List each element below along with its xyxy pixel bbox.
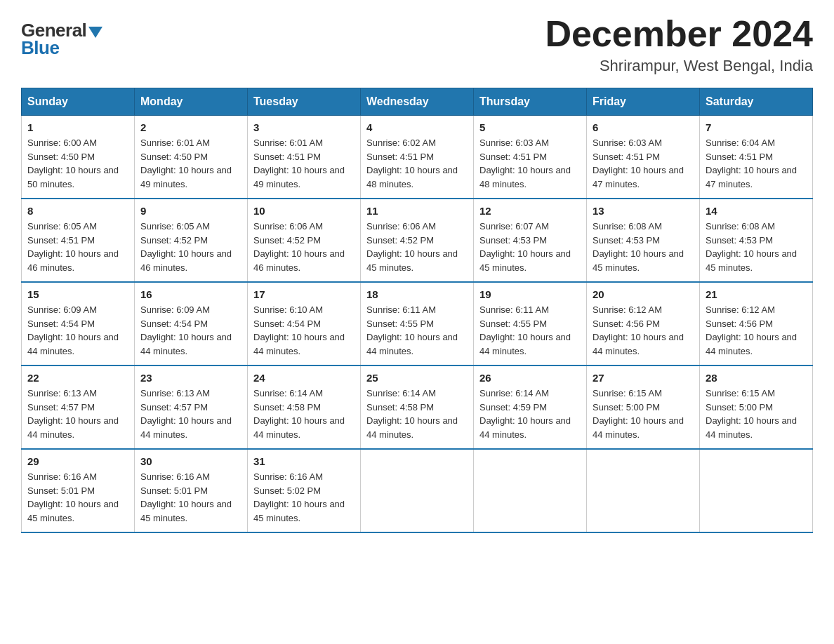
col-friday: Friday: [587, 88, 700, 116]
day-info: Sunrise: 6:08 AMSunset: 4:53 PMDaylight:…: [593, 221, 684, 273]
day-info: Sunrise: 6:09 AMSunset: 4:54 PMDaylight:…: [27, 304, 119, 356]
month-title: December 2024: [545, 14, 813, 54]
table-row: 24Sunrise: 6:14 AMSunset: 4:58 PMDayligh…: [248, 365, 361, 449]
calendar-table: Sunday Monday Tuesday Wednesday Thursday…: [21, 88, 813, 533]
day-info: Sunrise: 6:15 AMSunset: 5:00 PMDaylight:…: [706, 388, 797, 440]
table-row: 21Sunrise: 6:12 AMSunset: 4:56 PMDayligh…: [700, 282, 813, 365]
day-info: Sunrise: 6:01 AMSunset: 4:51 PMDaylight:…: [253, 137, 345, 189]
table-row: 26Sunrise: 6:14 AMSunset: 4:59 PMDayligh…: [474, 365, 587, 449]
day-number: 19: [479, 288, 581, 300]
day-info: Sunrise: 6:04 AMSunset: 4:51 PMDaylight:…: [706, 137, 797, 189]
day-info: Sunrise: 6:07 AMSunset: 4:53 PMDaylight:…: [479, 221, 571, 273]
day-info: Sunrise: 6:14 AMSunset: 4:58 PMDaylight:…: [253, 388, 345, 440]
page-header: General Blue December 2024 Shrirampur, W…: [21, 14, 813, 75]
table-row: 12Sunrise: 6:07 AMSunset: 4:53 PMDayligh…: [474, 199, 587, 282]
table-row: 31Sunrise: 6:16 AMSunset: 5:02 PMDayligh…: [248, 449, 361, 532]
day-number: 6: [593, 121, 694, 133]
day-info: Sunrise: 6:16 AMSunset: 5:02 PMDaylight:…: [253, 471, 345, 523]
table-row: 9Sunrise: 6:05 AMSunset: 4:52 PMDaylight…: [135, 199, 248, 282]
calendar-week-row: 1Sunrise: 6:00 AMSunset: 4:50 PMDaylight…: [22, 116, 813, 199]
table-row: 13Sunrise: 6:08 AMSunset: 4:53 PMDayligh…: [587, 199, 700, 282]
day-info: Sunrise: 6:02 AMSunset: 4:51 PMDaylight:…: [366, 137, 458, 189]
day-number: 28: [706, 372, 807, 384]
day-number: 14: [706, 205, 807, 217]
table-row: 11Sunrise: 6:06 AMSunset: 4:52 PMDayligh…: [361, 199, 474, 282]
calendar-week-row: 8Sunrise: 6:05 AMSunset: 4:51 PMDaylight…: [22, 199, 813, 282]
table-row: [700, 449, 813, 532]
calendar-week-row: 22Sunrise: 6:13 AMSunset: 4:57 PMDayligh…: [22, 365, 813, 449]
col-wednesday: Wednesday: [361, 88, 474, 116]
day-number: 23: [140, 372, 241, 384]
calendar-week-row: 29Sunrise: 6:16 AMSunset: 5:01 PMDayligh…: [22, 449, 813, 532]
table-row: 15Sunrise: 6:09 AMSunset: 4:54 PMDayligh…: [22, 282, 135, 365]
day-number: 29: [27, 455, 128, 467]
day-number: 12: [479, 205, 581, 217]
day-number: 2: [140, 121, 241, 133]
day-info: Sunrise: 6:06 AMSunset: 4:52 PMDaylight:…: [366, 221, 458, 273]
day-number: 11: [366, 205, 468, 217]
table-row: 2Sunrise: 6:01 AMSunset: 4:50 PMDaylight…: [135, 116, 248, 199]
day-info: Sunrise: 6:01 AMSunset: 4:50 PMDaylight:…: [140, 137, 232, 189]
day-number: 20: [593, 288, 694, 300]
day-info: Sunrise: 6:11 AMSunset: 4:55 PMDaylight:…: [366, 304, 458, 356]
day-info: Sunrise: 6:13 AMSunset: 4:57 PMDaylight:…: [27, 388, 119, 440]
table-row: 17Sunrise: 6:10 AMSunset: 4:54 PMDayligh…: [248, 282, 361, 365]
day-info: Sunrise: 6:14 AMSunset: 4:58 PMDaylight:…: [366, 388, 458, 440]
day-number: 17: [253, 288, 355, 300]
col-monday: Monday: [135, 88, 248, 116]
table-row: 4Sunrise: 6:02 AMSunset: 4:51 PMDaylight…: [361, 116, 474, 199]
day-info: Sunrise: 6:16 AMSunset: 5:01 PMDaylight:…: [27, 471, 119, 523]
day-number: 27: [593, 372, 694, 384]
table-row: [474, 449, 587, 532]
day-number: 22: [27, 372, 128, 384]
day-info: Sunrise: 6:12 AMSunset: 4:56 PMDaylight:…: [706, 304, 797, 356]
day-info: Sunrise: 6:11 AMSunset: 4:55 PMDaylight:…: [479, 304, 571, 356]
table-row: 7Sunrise: 6:04 AMSunset: 4:51 PMDaylight…: [700, 116, 813, 199]
day-number: 25: [366, 372, 468, 384]
table-row: [361, 449, 474, 532]
table-row: 16Sunrise: 6:09 AMSunset: 4:54 PMDayligh…: [135, 282, 248, 365]
day-info: Sunrise: 6:10 AMSunset: 4:54 PMDaylight:…: [253, 304, 345, 356]
logo: General Blue: [21, 20, 102, 59]
calendar-header-row: Sunday Monday Tuesday Wednesday Thursday…: [22, 88, 813, 116]
table-row: 6Sunrise: 6:03 AMSunset: 4:51 PMDaylight…: [587, 116, 700, 199]
day-number: 10: [253, 205, 355, 217]
location-title: Shrirampur, West Bengal, India: [545, 57, 813, 75]
day-info: Sunrise: 6:03 AMSunset: 4:51 PMDaylight:…: [479, 137, 571, 189]
day-number: 16: [140, 288, 241, 300]
table-row: [587, 449, 700, 532]
day-number: 1: [27, 121, 128, 133]
day-number: 30: [140, 455, 241, 467]
day-number: 7: [706, 121, 807, 133]
col-sunday: Sunday: [22, 88, 135, 116]
day-number: 21: [706, 288, 807, 300]
table-row: 8Sunrise: 6:05 AMSunset: 4:51 PMDaylight…: [22, 199, 135, 282]
col-thursday: Thursday: [474, 88, 587, 116]
day-number: 3: [253, 121, 355, 133]
table-row: 30Sunrise: 6:16 AMSunset: 5:01 PMDayligh…: [135, 449, 248, 532]
day-number: 9: [140, 205, 241, 217]
day-number: 24: [253, 372, 355, 384]
day-info: Sunrise: 6:12 AMSunset: 4:56 PMDaylight:…: [593, 304, 684, 356]
day-info: Sunrise: 6:15 AMSunset: 5:00 PMDaylight:…: [593, 388, 684, 440]
day-number: 31: [253, 455, 355, 467]
day-info: Sunrise: 6:06 AMSunset: 4:52 PMDaylight:…: [253, 221, 345, 273]
day-number: 18: [366, 288, 468, 300]
day-info: Sunrise: 6:16 AMSunset: 5:01 PMDaylight:…: [140, 471, 232, 523]
day-info: Sunrise: 6:14 AMSunset: 4:59 PMDaylight:…: [479, 388, 571, 440]
table-row: 20Sunrise: 6:12 AMSunset: 4:56 PMDayligh…: [587, 282, 700, 365]
day-number: 13: [593, 205, 694, 217]
day-number: 5: [479, 121, 581, 133]
col-tuesday: Tuesday: [248, 88, 361, 116]
table-row: 1Sunrise: 6:00 AMSunset: 4:50 PMDaylight…: [22, 116, 135, 199]
logo-blue-text: Blue: [21, 37, 59, 59]
table-row: 29Sunrise: 6:16 AMSunset: 5:01 PMDayligh…: [22, 449, 135, 532]
table-row: 10Sunrise: 6:06 AMSunset: 4:52 PMDayligh…: [248, 199, 361, 282]
day-info: Sunrise: 6:05 AMSunset: 4:52 PMDaylight:…: [140, 221, 232, 273]
calendar-week-row: 15Sunrise: 6:09 AMSunset: 4:54 PMDayligh…: [22, 282, 813, 365]
col-saturday: Saturday: [700, 88, 813, 116]
table-row: 14Sunrise: 6:08 AMSunset: 4:53 PMDayligh…: [700, 199, 813, 282]
table-row: 28Sunrise: 6:15 AMSunset: 5:00 PMDayligh…: [700, 365, 813, 449]
table-row: 5Sunrise: 6:03 AMSunset: 4:51 PMDaylight…: [474, 116, 587, 199]
day-number: 26: [479, 372, 581, 384]
